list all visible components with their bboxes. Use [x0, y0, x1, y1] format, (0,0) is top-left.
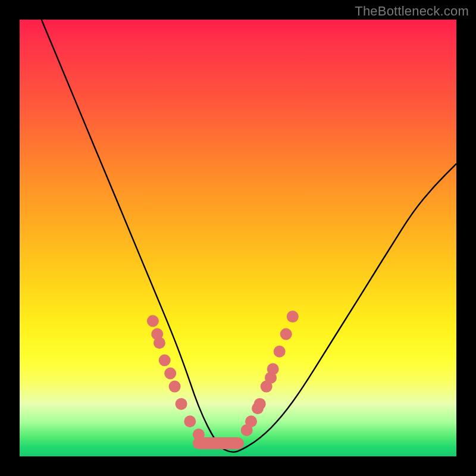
data-marker-left — [184, 415, 196, 427]
chart-frame: TheBottleneck.com — [0, 0, 476, 476]
data-marker-left — [176, 398, 187, 410]
data-marker-right — [280, 328, 292, 340]
data-marker-right — [245, 415, 257, 427]
data-marker-right — [274, 346, 286, 358]
data-marker-left — [154, 337, 165, 349]
data-marker-left — [169, 381, 181, 393]
data-marker-left — [147, 315, 159, 327]
data-marker-left — [164, 368, 176, 380]
plot-area — [20, 20, 456, 456]
watermark-text: TheBottleneck.com — [355, 4, 469, 19]
curve-svg — [20, 20, 456, 456]
bottleneck-curve — [42, 20, 456, 452]
data-marker-left — [159, 355, 171, 367]
data-marker-right — [254, 398, 266, 410]
data-marker-right — [287, 311, 299, 322]
data-marker-left — [193, 428, 205, 440]
data-marker-right — [267, 363, 279, 375]
